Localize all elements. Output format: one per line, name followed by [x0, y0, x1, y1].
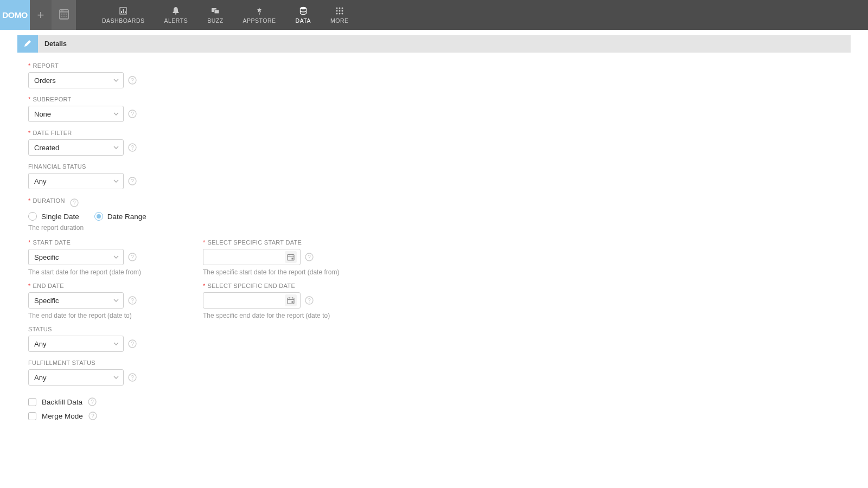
svg-point-20 [339, 7, 340, 9]
help-icon[interactable]: ? [128, 253, 137, 261]
help-icon[interactable]: ? [128, 143, 137, 152]
svg-rect-16 [214, 10, 219, 14]
help-icon[interactable]: ? [305, 296, 314, 305]
select-status[interactable]: Any [28, 336, 124, 352]
field-end-date: *End Date Specific ? The end date for th… [28, 282, 166, 319]
calendar-icon[interactable] [285, 251, 297, 263]
svg-point-5 [63, 14, 65, 15]
help-icon[interactable]: ? [128, 110, 137, 118]
svg-point-3 [62, 10, 63, 11]
radio-date-range[interactable]: Date Range [94, 212, 146, 221]
input-start-date-specific[interactable] [203, 249, 301, 265]
svg-text:?: ? [131, 111, 134, 117]
chevron-down-icon [113, 112, 119, 115]
select-start-date[interactable]: Specific [28, 249, 124, 265]
help-icon[interactable]: ? [70, 198, 79, 207]
chevron-down-icon [113, 255, 119, 259]
calendar-icon[interactable] [285, 294, 297, 306]
field-subreport: *Subreport None ? [28, 96, 851, 122]
field-fulfillment-status: Fulfillment Status Any ? [28, 359, 851, 386]
svg-text:?: ? [131, 298, 134, 304]
help-icon[interactable]: ? [88, 397, 97, 406]
nav-appstore[interactable]: APPSTORE [233, 0, 286, 30]
dataset-icon [59, 8, 69, 22]
hint-duration: The report duration [28, 224, 851, 232]
hint-start-date: The start date for the report (date from… [28, 268, 166, 276]
field-financial-status: Financial Status Any ? [28, 163, 851, 189]
svg-point-21 [341, 7, 343, 9]
label-start-date: *Start Date [28, 239, 166, 246]
label-start-date-specific: *Select Specific Start Date [203, 239, 339, 246]
plus-icon: + [37, 8, 44, 22]
checkbox-label: Merge Mode [42, 412, 83, 420]
top-nav: DOMO + DASHBOARDS ALERTS BUZZ [0, 0, 868, 30]
select-date-filter[interactable]: Created [28, 139, 124, 156]
help-icon[interactable]: ? [128, 373, 137, 382]
help-icon[interactable]: ? [128, 177, 137, 185]
checkbox-icon [28, 398, 36, 406]
nav-dashboards[interactable]: DASHBOARDS [92, 0, 155, 30]
svg-point-8 [63, 16, 65, 17]
select-fulfillment-status[interactable]: Any [28, 369, 124, 386]
select-financial-status[interactable]: Any [28, 173, 124, 189]
svg-rect-53 [292, 301, 293, 303]
chevron-down-icon [113, 179, 119, 183]
section-title: Details [38, 35, 73, 53]
field-duration: *Duration ? Single Date Date Range The r… [28, 197, 851, 232]
current-tab-tile[interactable] [52, 0, 76, 30]
chevron-down-icon [113, 342, 119, 345]
checkbox-icon [28, 412, 36, 420]
pencil-icon [23, 39, 32, 49]
grid-icon [335, 7, 344, 15]
chevron-down-icon [113, 79, 119, 82]
help-icon[interactable]: ? [305, 253, 314, 261]
svg-point-25 [336, 12, 337, 14]
chat-icon [211, 7, 220, 15]
svg-point-4 [61, 14, 62, 15]
select-end-date[interactable]: Specific [28, 292, 124, 309]
section-tab-icon-tile[interactable] [17, 35, 38, 53]
input-end-date-specific[interactable] [203, 292, 301, 309]
svg-text:?: ? [131, 145, 134, 151]
logo-tile[interactable]: DOMO [0, 0, 30, 30]
label-duration: *Duration ? [28, 197, 851, 206]
help-icon[interactable]: ? [128, 339, 137, 348]
data-icon [299, 7, 308, 15]
select-report[interactable]: Orders [28, 72, 124, 88]
svg-text:?: ? [131, 254, 134, 260]
select-subreport[interactable]: None [28, 106, 124, 122]
checkbox-merge[interactable]: Merge Mode ? [28, 412, 851, 420]
svg-point-27 [341, 12, 343, 14]
label-end-date-specific: *Select Specific End Date [203, 282, 330, 289]
checkbox-backfill[interactable]: Backfill Data ? [28, 397, 851, 406]
label-end-date: *End Date [28, 282, 166, 289]
svg-text:?: ? [308, 254, 311, 260]
help-icon[interactable]: ? [128, 76, 137, 85]
nav-data[interactable]: DATA [286, 0, 321, 30]
nav-alerts[interactable]: ALERTS [155, 0, 198, 30]
nav-more[interactable]: MORE [321, 0, 359, 30]
bell-icon [171, 7, 180, 15]
svg-point-22 [336, 10, 337, 11]
svg-point-9 [66, 16, 67, 17]
nav-label: ALERTS [164, 17, 188, 24]
label-subreport: *Subreport [28, 96, 851, 102]
nav-label: MORE [330, 17, 349, 24]
help-icon[interactable]: ? [128, 296, 137, 305]
help-icon[interactable]: ? [88, 412, 97, 420]
brand-text: DOMO [2, 10, 28, 20]
svg-text:?: ? [131, 341, 134, 347]
nav-buzz[interactable]: BUZZ [197, 0, 233, 30]
appstore-icon [255, 7, 264, 15]
nav-label: DASHBOARDS [102, 17, 145, 24]
dashboards-icon [119, 7, 127, 15]
radio-icon [94, 212, 103, 221]
svg-point-6 [66, 14, 67, 15]
label-report: *Report [28, 62, 851, 69]
label-financial-status: Financial Status [28, 163, 851, 170]
svg-text:?: ? [131, 178, 134, 184]
svg-point-7 [61, 16, 62, 17]
label-fulfillment-status: Fulfillment Status [28, 359, 851, 366]
radio-single-date[interactable]: Single Date [28, 212, 79, 221]
add-tab-button[interactable]: + [30, 0, 52, 30]
